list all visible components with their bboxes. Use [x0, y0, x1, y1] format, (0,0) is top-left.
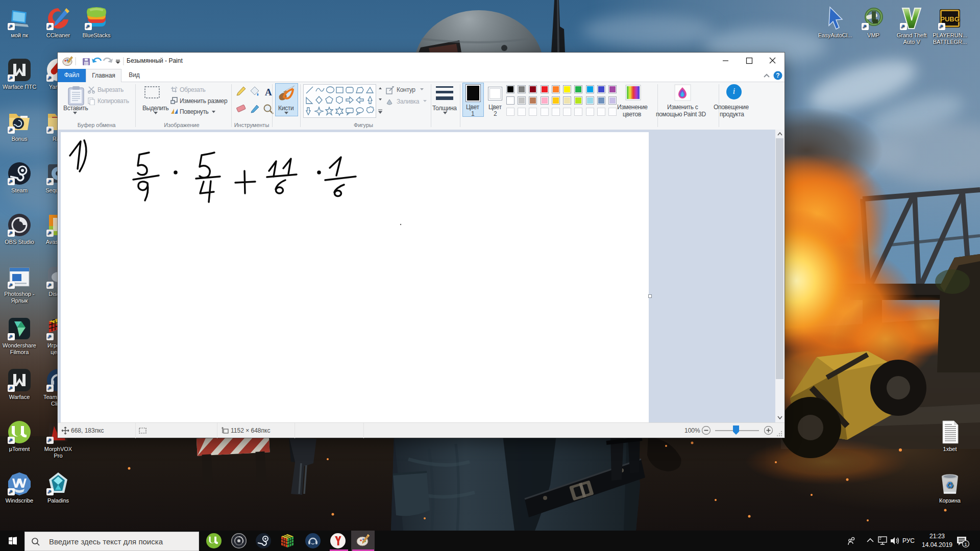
svg-text:A: A: [265, 87, 272, 97]
svg-text:♻: ♻: [946, 481, 953, 490]
svg-text:?: ?: [776, 72, 779, 79]
svg-text:1: 1: [964, 542, 967, 547]
svg-text:PUBG: PUBG: [940, 15, 960, 23]
